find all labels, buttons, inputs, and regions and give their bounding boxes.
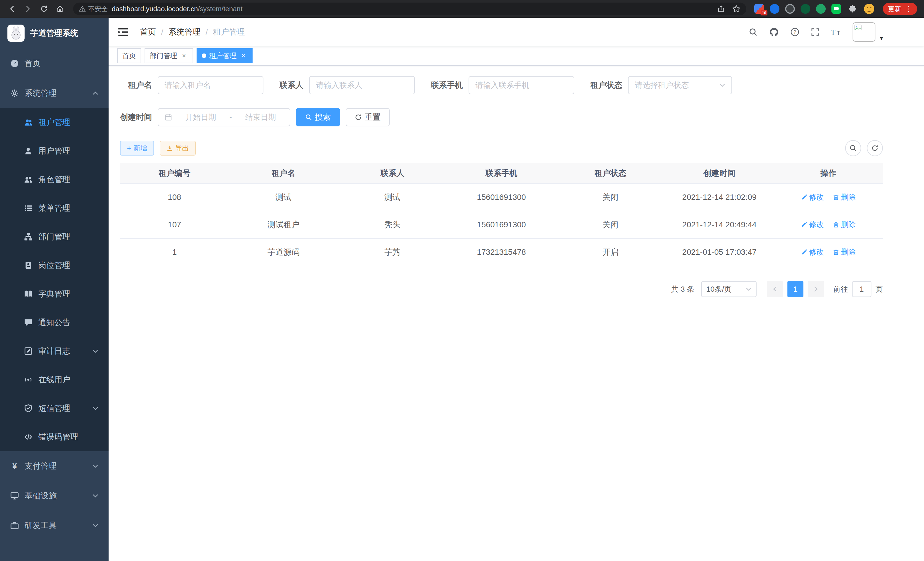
tag-dept[interactable]: 部门管理 ×: [145, 48, 193, 63]
goto-page-input[interactable]: [852, 281, 872, 297]
security-chip[interactable]: 不安全: [79, 5, 108, 14]
share-icon[interactable]: [717, 5, 725, 13]
help-icon[interactable]: ?: [790, 27, 800, 37]
reset-button[interactable]: 重置: [346, 108, 390, 126]
extensions-bar: 10 更新 ⋮: [752, 3, 920, 15]
sidebar-item-tenant[interactable]: 租户管理: [0, 108, 109, 137]
page-number-1[interactable]: 1: [788, 281, 803, 297]
url-host: dashboard.yudao.iocoder.cn: [112, 5, 198, 13]
tag-label: 租户管理: [209, 51, 237, 60]
tag-home[interactable]: 首页: [117, 48, 141, 63]
user-avatar-menu[interactable]: ▼: [853, 22, 884, 42]
date-range-picker[interactable]: -: [158, 108, 290, 126]
date-end-input[interactable]: [238, 113, 284, 122]
sidebar-group-pay[interactable]: ¥ 支付管理: [0, 451, 109, 481]
browser-menu-icon[interactable]: ⋮: [905, 5, 912, 13]
sidebar-item-online-user[interactable]: 在线用户: [0, 365, 109, 394]
sidebar-menu: 首页 系统管理 租户管理 用户管理: [0, 49, 109, 540]
delete-button[interactable]: 删除: [833, 192, 856, 202]
export-button[interactable]: 导出: [160, 141, 196, 156]
date-start-input[interactable]: [178, 113, 224, 122]
extension-icon-1[interactable]: 10: [754, 4, 764, 14]
filter-row-1: 租户名 联系人 联系手机 租户状态 请选择租户状态: [120, 76, 883, 94]
refresh-table-button[interactable]: [867, 140, 883, 156]
contact-input[interactable]: [316, 81, 408, 90]
main: 首页 / 系统管理 / 租户管理 ? TT ▼: [109, 18, 924, 561]
add-button[interactable]: + 新增: [120, 141, 154, 156]
svg-text:?: ?: [794, 29, 796, 35]
extension-badge: 10: [760, 10, 767, 15]
browser-profile-avatar[interactable]: [864, 4, 874, 14]
sidebar-item-post[interactable]: 岗位管理: [0, 251, 109, 280]
sidebar-item-notice[interactable]: 通知公告: [0, 308, 109, 337]
sidebar-group-infra[interactable]: 基础设施: [0, 481, 109, 511]
sidebar-group-sms[interactable]: 短信管理: [0, 394, 109, 423]
update-button[interactable]: 更新 ⋮: [883, 3, 917, 15]
edit-button[interactable]: 修改: [801, 247, 824, 257]
sidebar-item-menu[interactable]: 菜单管理: [0, 194, 109, 223]
edit-button[interactable]: 修改: [801, 192, 824, 202]
edit-button[interactable]: 修改: [801, 220, 824, 230]
search-button[interactable]: 搜索: [296, 108, 340, 126]
extension-icon-6[interactable]: [831, 4, 841, 14]
github-icon[interactable]: [769, 27, 779, 37]
puzzle-icon[interactable]: [847, 3, 858, 15]
cell-id: 1: [120, 238, 229, 266]
sidebar-item-error-code[interactable]: 错误码管理: [0, 423, 109, 451]
table-row: 107 测试租户 秃头 15601691300 关闭 2021-12-14 20…: [120, 211, 883, 238]
sidebar-item-label: 支付管理: [25, 461, 57, 472]
warning-icon: [79, 5, 86, 12]
sidebar-item-home[interactable]: 首页: [0, 49, 109, 78]
forward-icon[interactable]: [21, 2, 35, 16]
tag-tenant[interactable]: 租户管理 ×: [196, 48, 253, 63]
font-size-icon[interactable]: TT: [831, 28, 841, 36]
extension-icon-5[interactable]: [816, 4, 826, 14]
sidebar-item-label: 首页: [25, 58, 40, 69]
sidebar-item-user[interactable]: 用户管理: [0, 137, 109, 165]
sidebar-item-label: 基础设施: [25, 490, 57, 501]
reload-icon[interactable]: [37, 2, 51, 16]
extension-icon-4[interactable]: [801, 4, 810, 14]
extension-icon-2[interactable]: [770, 4, 779, 14]
sidebar-group-system[interactable]: 系统管理: [0, 78, 109, 108]
create-time-label: 创建时间: [120, 112, 152, 123]
app-logo[interactable]: 芋道管理系统: [0, 18, 109, 49]
breadcrumb-system[interactable]: 系统管理: [169, 27, 201, 38]
search-icon[interactable]: [748, 27, 758, 37]
sidebar-item-dict[interactable]: 字典管理: [0, 280, 109, 308]
pagination: 共 3 条 10条/页 1 前往 页: [120, 281, 883, 297]
sidebar-item-role[interactable]: 角色管理: [0, 165, 109, 194]
tenant-name-input[interactable]: [165, 81, 256, 90]
url-text[interactable]: dashboard.yudao.iocoder.cn/system/tenant: [112, 5, 713, 13]
cell-id: 108: [120, 183, 229, 211]
date-separator: -: [230, 113, 232, 122]
sidebar-item-dept[interactable]: 部门管理: [0, 223, 109, 251]
page-size-select[interactable]: 10条/页: [701, 281, 757, 297]
bookmark-star-icon[interactable]: [732, 5, 741, 13]
toggle-search-button[interactable]: [845, 140, 861, 156]
address-bar[interactable]: 不安全 dashboard.yudao.iocoder.cn/system/te…: [73, 3, 746, 15]
fullscreen-icon[interactable]: [811, 28, 819, 36]
cell-name: 测试: [229, 183, 338, 211]
home-icon[interactable]: [52, 2, 68, 16]
chevron-down-icon: [93, 494, 98, 498]
extension-icon-3[interactable]: [785, 4, 795, 14]
prev-page-button[interactable]: [767, 281, 783, 297]
sidebar-group-devtool[interactable]: 研发工具: [0, 511, 109, 540]
phone-input[interactable]: [476, 81, 567, 90]
next-page-button[interactable]: [808, 281, 824, 297]
navbar-actions: ? TT ▼: [748, 22, 884, 42]
breadcrumb-home[interactable]: 首页: [140, 27, 156, 38]
chevron-up-icon: [93, 92, 98, 95]
close-icon[interactable]: ×: [239, 52, 248, 60]
sidebar-group-audit-log[interactable]: 审计日志: [0, 337, 109, 365]
delete-button[interactable]: 删除: [833, 220, 856, 230]
svg-text:T: T: [837, 30, 840, 36]
tenant-name-field: [158, 76, 263, 94]
status-select[interactable]: 请选择租户状态: [628, 76, 732, 94]
back-icon[interactable]: [4, 2, 20, 16]
delete-button[interactable]: 删除: [833, 247, 856, 257]
gear-icon: [10, 89, 19, 98]
hamburger-icon[interactable]: [117, 26, 130, 38]
close-icon[interactable]: ×: [180, 52, 188, 60]
